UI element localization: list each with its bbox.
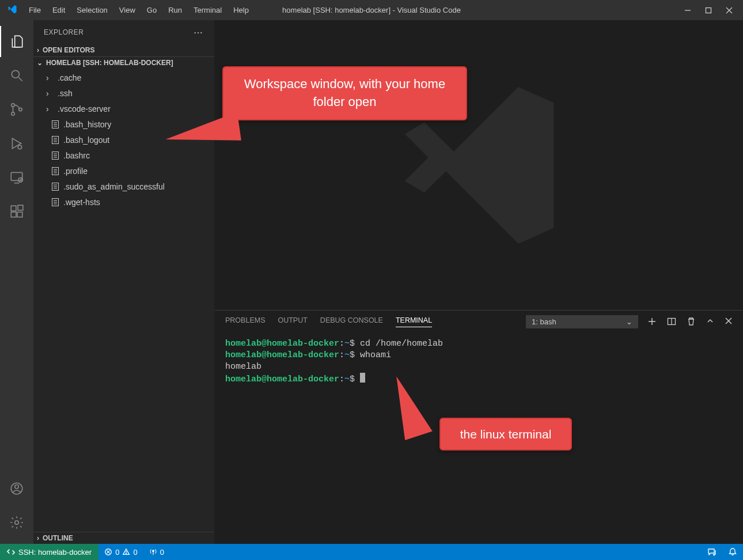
explorer-more-icon[interactable]: ⋯ <box>194 27 204 38</box>
terminal-prompt-user: homelab@homelab-docker <box>225 374 339 384</box>
status-warnings-count: 0 <box>133 548 137 557</box>
annotation-text: Workspace window, with your home folder … <box>244 77 445 109</box>
svg-point-20 <box>15 485 19 489</box>
status-problems[interactable]: 0 0 <box>98 548 143 557</box>
menu-selection[interactable]: Selection <box>71 2 113 18</box>
remote-icon <box>7 548 15 556</box>
activity-explorer-icon[interactable] <box>0 26 33 57</box>
menu-go[interactable]: Go <box>141 2 162 18</box>
open-editors-section[interactable]: › OPEN EDITORS <box>33 44 214 56</box>
tree-item-label: .bashrc <box>63 151 90 160</box>
kill-terminal-icon[interactable] <box>687 317 696 326</box>
terminal-prompt-path: ~ <box>344 374 350 384</box>
terminal-prompt-user: homelab@homelab-docker <box>225 339 339 349</box>
annotation-callout: Workspace window, with your home folder … <box>222 66 467 120</box>
tree-item-label: .bash_logout <box>63 135 109 145</box>
activity-settings-icon[interactable] <box>0 507 33 538</box>
activity-accounts-icon[interactable] <box>0 473 33 504</box>
tree-file[interactable]: .sudo_as_admin_successful <box>33 179 214 194</box>
svg-point-6 <box>12 104 14 107</box>
chevron-right-icon: › <box>46 73 54 82</box>
status-bell-icon[interactable] <box>722 547 743 557</box>
panel-tab-terminal[interactable]: TERMINAL <box>396 316 432 327</box>
panel-tab-problems[interactable]: PROBLEMS <box>225 316 265 327</box>
terminal-selector-label: 1: bash <box>532 317 556 326</box>
status-ports[interactable]: 0 <box>143 548 170 557</box>
tree-item-label: .ssh <box>58 89 73 98</box>
activity-search-icon[interactable] <box>0 60 33 91</box>
menu-help[interactable]: Help <box>228 2 255 18</box>
editor-watermark <box>215 20 743 310</box>
menu-terminal[interactable]: Terminal <box>188 2 228 18</box>
workspace-section[interactable]: ⌄ HOMELAB [SSH: HOMELAB-DOCKER] <box>33 56 214 69</box>
terminal-command: cd /home/homelab <box>360 339 443 349</box>
terminal-prompt-path: ~ <box>344 339 350 349</box>
tree-file[interactable]: .profile <box>33 163 214 179</box>
activity-remote-explorer-icon[interactable] <box>0 162 33 193</box>
svg-line-5 <box>18 77 22 81</box>
tree-folder[interactable]: ›.ssh <box>33 85 214 101</box>
menu-run[interactable]: Run <box>162 2 188 18</box>
svg-marker-9 <box>12 138 21 148</box>
status-ports-count: 0 <box>160 548 164 557</box>
terminal-prompt-user: homelab@homelab-docker <box>225 350 339 360</box>
maximize-icon[interactable] <box>705 7 712 14</box>
title-bar: File Edit Selection View Go Run Terminal… <box>0 0 743 20</box>
activity-run-debug-icon[interactable] <box>0 128 33 159</box>
tree-file[interactable]: .wget-hsts <box>33 194 214 210</box>
file-icon <box>51 198 60 207</box>
svg-rect-18 <box>18 205 23 210</box>
maximize-panel-icon[interactable] <box>706 317 714 326</box>
tree-item-label: .bash_history <box>63 120 111 129</box>
vscode-logo-icon <box>5 4 23 16</box>
outline-section[interactable]: › OUTLINE <box>33 532 214 544</box>
status-remote-label: SSH: homelab-docker <box>18 548 92 557</box>
explorer-title: EXPLORER <box>44 28 84 36</box>
svg-point-7 <box>12 112 14 115</box>
warning-icon <box>122 548 130 556</box>
activity-source-control-icon[interactable] <box>0 94 33 125</box>
tree-item-label: .cache <box>58 73 81 82</box>
terminal-selector[interactable]: 1: bash ⌄ <box>526 315 638 328</box>
file-icon <box>51 135 60 145</box>
terminal-command: whoami <box>360 350 391 360</box>
svg-rect-15 <box>11 206 16 211</box>
tree-file[interactable]: .bashrc <box>33 147 214 163</box>
tree-item-label: .wget-hsts <box>63 198 100 207</box>
svg-rect-1 <box>706 7 711 13</box>
window-title: homelab [SSH: homelab-docker] - Visual S… <box>282 6 461 14</box>
panel-tab-output[interactable]: OUTPUT <box>278 316 307 327</box>
terminal-output-line: homelab <box>225 361 733 373</box>
tree-folder[interactable]: ›.vscode-server <box>33 101 214 116</box>
minimize-icon[interactable] <box>684 7 691 14</box>
svg-rect-17 <box>17 212 22 217</box>
explorer-sidebar: EXPLORER ⋯ › OPEN EDITORS ⌄ HOMELAB [SSH… <box>33 20 215 544</box>
status-errors-count: 0 <box>115 548 119 557</box>
chevron-right-icon: › <box>46 104 54 113</box>
new-terminal-icon[interactable] <box>647 317 657 326</box>
annotation-text: the linux terminal <box>460 427 552 441</box>
menu-file[interactable]: File <box>23 2 47 18</box>
outline-label: OUTLINE <box>43 534 73 542</box>
menu-bar: File Edit Selection View Go Run Terminal… <box>23 2 255 18</box>
chevron-right-icon: › <box>46 89 54 98</box>
terminal-cursor <box>360 373 365 383</box>
split-terminal-icon[interactable] <box>667 317 676 326</box>
workspace-label: HOMELAB [SSH: HOMELAB-DOCKER] <box>46 59 173 67</box>
close-icon[interactable] <box>726 7 733 14</box>
activity-extensions-icon[interactable] <box>0 196 33 227</box>
svg-point-10 <box>18 145 21 149</box>
tree-folder[interactable]: ›.cache <box>33 70 214 85</box>
tree-item-label: .profile <box>63 167 88 176</box>
menu-edit[interactable]: Edit <box>47 2 71 18</box>
status-remote-indicator[interactable]: SSH: homelab-docker <box>0 544 98 560</box>
status-feedback-icon[interactable] <box>702 547 722 557</box>
menu-view[interactable]: View <box>113 2 141 18</box>
panel-tab-debug-console[interactable]: DEBUG CONSOLE <box>320 316 383 327</box>
status-bar: SSH: homelab-docker 0 0 0 <box>0 544 743 560</box>
terminal-prompt-path: ~ <box>344 350 350 360</box>
tree-item-label: .sudo_as_admin_successful <box>63 182 165 191</box>
file-icon <box>51 182 60 191</box>
chevron-right-icon: › <box>37 46 39 54</box>
close-panel-icon[interactable] <box>725 317 733 326</box>
